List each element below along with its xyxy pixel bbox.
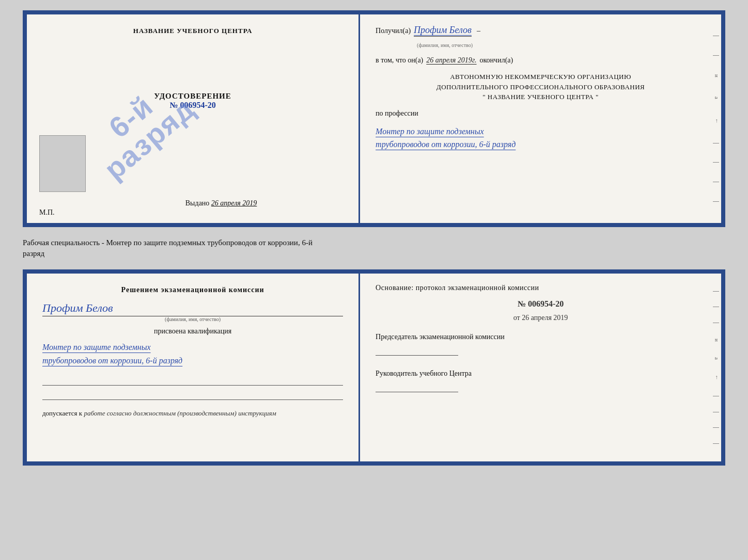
received-prefix: Получил(а) [376,27,411,35]
top-document: НАЗВАНИЕ УЧЕБНОГО ЦЕНТРА 6-й разряд УДОС… [23,10,725,227]
qualification-line2: трубопроводов от коррозии, 6-й разряд [42,354,343,367]
bottom-document: Решением экзаменационной комиссии Профим… [23,269,725,466]
side-line-b3 [713,323,719,323]
side-text-ba: а [713,357,720,360]
doc-right: Получил(а) Профим Белов – (фамилия, имя,… [360,14,721,223]
side-line-3 [713,143,719,143]
received-hint: (фамилия, имя, отчество) [417,42,473,48]
side-line-5 [713,182,719,182]
doc-bottom-right: Основание: протокол экзаменационной коми… [360,274,721,461]
side-line-b4 [713,396,719,396]
side-text-arrow: ← [713,118,720,124]
issued-line: Выдано 26 апреля 2019 [129,199,257,213]
protocol-date-value: 26 апреля 2019 [522,314,568,322]
cert-number: № 006954-20 [154,101,231,110]
basis-heading: Основание: протокол экзаменационной коми… [376,284,706,292]
head-title: Руководитель учебного Центра [376,368,706,379]
side-line-4 [713,162,719,163]
side-line-b2 [713,307,719,307]
org-block: АВТОНОМНУЮ НЕКОММЕРЧЕСКУЮ ОРГАНИЗАЦИЮ ДО… [376,72,706,102]
blank-lines-block [42,374,343,400]
qualification-text: Монтер по защите подземных трубопроводов… [42,341,343,367]
profession-line1: Монтер по защите подземных [376,125,706,138]
person-hint: (фамилия, имя, отчество) [42,316,343,322]
allowed-text: допускается к работе согласно должностны… [42,409,343,418]
protocol-date: от 26 апреля 2019 [376,314,706,322]
mp-label: М.П. [39,209,55,217]
side-line-b7 [713,443,719,444]
side-text-barrow: ← [713,375,720,380]
in-that-prefix: в том, что он(а) [376,56,423,65]
profession-line2: трубопроводов от коррозии, 6-й разряд [376,138,706,151]
org-line3: " НАЗВАНИЕ УЧЕБНОГО ЦЕНТРА " [376,92,706,102]
side-line-1 [713,36,719,36]
in-that-date: 26 апреля 2019г. [426,56,476,65]
doc-left: НАЗВАНИЕ УЧЕБНОГО ЦЕНТРА 6-й разряд УДОС… [27,14,360,223]
dash: – [477,27,480,35]
received-name: Профим Белов [414,25,472,37]
org-line1: АВТОНОМНУЮ НЕКОММЕРЧЕСКУЮ ОРГАНИЗАЦИЮ [376,72,706,82]
side-decoration-bottom: и а ← [712,274,721,461]
top-heading: НАЗВАНИЕ УЧЕБНОГО ЦЕНТРА [133,27,253,35]
side-line-b6 [713,427,719,428]
head-block: Руководитель учебного Центра [376,368,706,394]
protocol-number: № 006954-20 [376,299,706,309]
org-line2: ДОПОЛНИТЕЛЬНОГО ПРОФЕССИОНАЛЬНОГО ОБРАЗО… [376,82,706,92]
side-text-i: и [713,74,720,77]
cert-title: УДОСТОВЕРЕНИЕ [154,92,231,101]
chairman-signature-line [376,345,458,356]
allowed-prefix: допускается к [42,409,82,417]
finished-label: окончил(а) [480,56,513,65]
issued-label: Выдано [185,199,210,207]
side-line-b5 [713,412,719,412]
profession-label: по профессии [376,109,706,118]
middle-line2: разряд [23,248,725,259]
protocol-date-prefix: от [513,314,520,322]
doc-bottom-left: Решением экзаменационной комиссии Профим… [27,274,360,461]
chairman-block: Председатель экзаменационной комиссии [376,331,706,358]
allowed-handwritten: работе согласно должностным (производств… [84,409,276,417]
chairman-title: Председатель экзаменационной комиссии [376,331,706,342]
person-name: Профим Белов [42,301,343,316]
side-text-bi: и [713,339,720,342]
side-decoration: и а ← [712,14,721,223]
profession-handwritten: Монтер по защите подземных трубопроводов… [376,125,706,151]
head-signature-line [376,382,458,392]
side-line-2 [713,55,719,56]
side-line-b1 [713,291,719,292]
middle-line1: Рабочая специальность - Монтер по защите… [23,237,725,248]
assigned-text: присвоена квалификация [42,327,343,335]
issued-date: 26 апреля 2019 [211,199,257,207]
in-that-line: в том, что он(а) 26 апреля 2019г. окончи… [376,56,706,65]
photo-placeholder [39,135,86,192]
blank-line-2 [42,389,343,400]
middle-text-block: Рабочая специальность - Монтер по защите… [23,235,725,261]
side-line-6 [713,201,719,202]
decision-heading: Решением экзаменационной комиссии [42,286,343,294]
qualification-line1: Монтер по защите подземных [42,341,343,354]
blank-line-1 [42,374,343,386]
side-text-a: а [713,97,720,99]
received-line: Получил(а) Профим Белов – [376,25,706,37]
